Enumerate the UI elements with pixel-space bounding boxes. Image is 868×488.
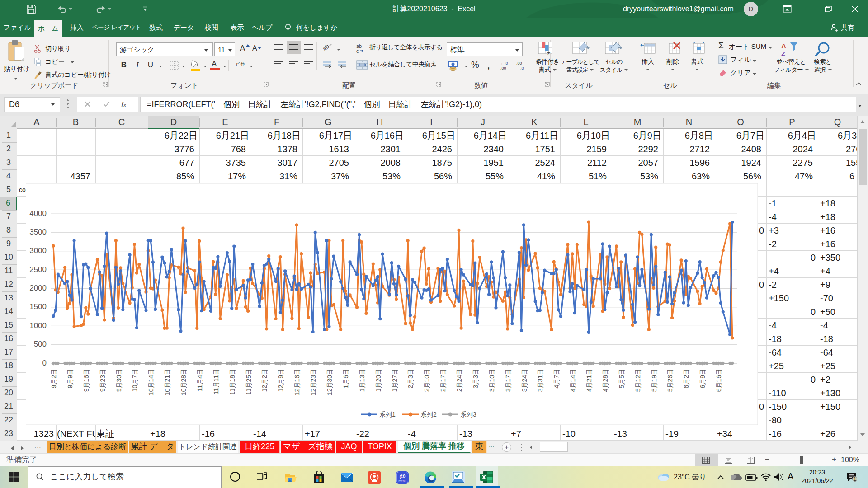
- svg-text:4月14日: 4月14日: [569, 369, 576, 392]
- svg-text:12月2日: 12月2日: [261, 369, 268, 392]
- svg-text:menu: menu: [398, 479, 406, 483]
- svg-text:ab: ab: [322, 43, 330, 52]
- svg-text:12月30日: 12月30日: [326, 369, 333, 395]
- svg-text:Z: Z: [781, 50, 785, 57]
- svg-text:2月3日: 2月3日: [407, 369, 414, 389]
- svg-text:0: 0: [42, 359, 47, 367]
- svg-text:4000: 4000: [29, 209, 47, 218]
- svg-text:系列2: 系列2: [420, 411, 437, 418]
- svg-text:11月25日: 11月25日: [245, 369, 252, 395]
- svg-text:1月20日: 1月20日: [375, 369, 382, 392]
- svg-text:10月7日: 10月7日: [131, 369, 138, 392]
- svg-text:3月3日: 3月3日: [472, 369, 479, 389]
- svg-text:11月4日: 11月4日: [196, 369, 203, 391]
- svg-text:@: @: [399, 473, 406, 480]
- svg-text:1月27日: 1月27日: [391, 369, 398, 392]
- svg-text:3月31日: 3月31日: [537, 369, 544, 392]
- svg-text:3月17日: 3月17日: [505, 369, 512, 392]
- svg-text:系列1: 系列1: [379, 411, 396, 418]
- svg-text:4月21日: 4月21日: [585, 369, 593, 392]
- svg-text:6月16日: 6月16日: [715, 369, 722, 392]
- svg-text:2月17日: 2月17日: [439, 369, 447, 392]
- svg-text:9月16日: 9月16日: [83, 369, 90, 392]
- svg-text:1500: 1500: [29, 302, 47, 311]
- svg-text:3500: 3500: [29, 228, 47, 236]
- svg-text:4月7日: 4月7日: [553, 369, 560, 389]
- svg-text:3000: 3000: [29, 246, 47, 255]
- svg-text:4月28日: 4月28日: [602, 369, 609, 392]
- svg-text:5月26日: 5月26日: [666, 369, 674, 392]
- svg-text:9月2日: 9月2日: [50, 369, 57, 389]
- svg-text:11月18日: 11月18日: [229, 369, 236, 395]
- svg-text:10月14日: 10月14日: [147, 369, 155, 395]
- svg-text:.00: .00: [516, 61, 522, 66]
- svg-text:9月23日: 9月23日: [99, 369, 106, 392]
- svg-text:A: A: [781, 42, 786, 50]
- svg-text:11月11日: 11月11日: [212, 369, 220, 394]
- svg-text:6月2日: 6月2日: [683, 369, 690, 389]
- svg-text:5月12日: 5月12日: [634, 369, 642, 392]
- svg-text:3月24日: 3月24日: [521, 369, 528, 392]
- svg-text:5月5日: 5月5日: [618, 369, 625, 389]
- svg-text:←.0: ←.0: [500, 61, 508, 66]
- svg-text:系列3: 系列3: [460, 411, 476, 418]
- svg-text:1月13日: 1月13日: [359, 369, 366, 392]
- svg-text:12月9日: 12月9日: [277, 369, 284, 392]
- svg-text:12月23日: 12月23日: [310, 369, 317, 395]
- svg-text:1: 1: [854, 477, 856, 482]
- svg-text:2月10日: 2月10日: [423, 369, 430, 392]
- svg-text:1月6日: 1月6日: [342, 369, 349, 389]
- svg-text:.00: .00: [500, 66, 506, 70]
- svg-text:≠: ≠: [547, 50, 550, 56]
- svg-text:9月30日: 9月30日: [115, 369, 123, 392]
- svg-text:c: c: [356, 48, 359, 54]
- svg-text:500: 500: [34, 340, 47, 348]
- svg-text:2500: 2500: [29, 265, 47, 274]
- svg-text:5月19日: 5月19日: [651, 369, 658, 392]
- svg-text:1000: 1000: [29, 321, 47, 330]
- svg-text:10月21日: 10月21日: [164, 369, 171, 395]
- svg-text:2000: 2000: [29, 284, 47, 292]
- svg-text:9月9日: 9月9日: [66, 369, 74, 389]
- svg-text:6月9日: 6月9日: [699, 369, 706, 389]
- svg-text:3月10日: 3月10日: [488, 369, 495, 392]
- svg-text:2月24日: 2月24日: [456, 369, 463, 392]
- svg-text:→.0: →.0: [516, 66, 524, 70]
- svg-text:10月28日: 10月28日: [180, 369, 187, 395]
- svg-text:12月16日: 12月16日: [293, 369, 301, 395]
